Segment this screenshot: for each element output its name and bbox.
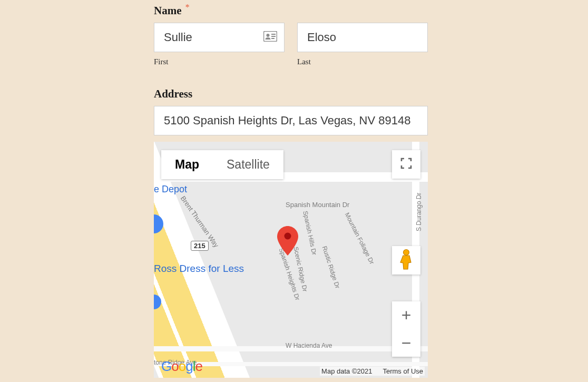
name-label: Name * xyxy=(154,3,428,17)
map-road-label: Rustic Ridge Dr xyxy=(321,245,341,289)
svg-point-1 xyxy=(267,34,270,37)
svg-point-6 xyxy=(404,250,409,256)
map-marker-icon[interactable] xyxy=(277,226,298,258)
address-label: Address xyxy=(154,87,428,101)
map-type-satellite-button[interactable]: Satellite xyxy=(213,150,283,179)
zoom-out-button[interactable]: − xyxy=(392,329,420,357)
map-road-label: Spanish Hills Dr xyxy=(301,210,318,256)
map-poi-label: Ross Dress for Less xyxy=(154,263,244,275)
address-input[interactable] xyxy=(154,106,428,135)
map-road-label: S Durango Dr xyxy=(415,193,423,231)
first-name-sublabel: First xyxy=(154,57,285,66)
fullscreen-button[interactable] xyxy=(392,150,420,179)
fullscreen-icon xyxy=(400,158,412,171)
svg-rect-4 xyxy=(271,38,275,39)
terms-link[interactable]: Terms of Use xyxy=(383,367,423,375)
map-road-label: Mountain Foliage Dr xyxy=(344,211,376,266)
map-type-map-button[interactable]: Map xyxy=(161,150,213,179)
contact-card-icon xyxy=(263,31,277,44)
minus-icon: − xyxy=(401,334,411,353)
svg-rect-3 xyxy=(271,36,276,37)
map-type-control: Map Satellite xyxy=(161,150,283,179)
plus-icon: + xyxy=(401,306,411,325)
streetview-pegman-button[interactable] xyxy=(392,246,420,275)
map-canvas[interactable]: 215 e Depot Ross Dress for Less Brent Th… xyxy=(154,142,428,378)
svg-rect-2 xyxy=(271,34,276,35)
google-logo: Google xyxy=(161,358,202,375)
name-label-text: Name xyxy=(154,4,181,17)
required-marker: * xyxy=(185,3,190,12)
map-road-label: Spanish Mountain Dr xyxy=(286,201,349,209)
svg-point-5 xyxy=(285,233,291,240)
zoom-in-button[interactable]: + xyxy=(392,301,420,329)
map-poi-label: e Depot xyxy=(154,184,187,195)
map-road-label: W Hacienda Ave xyxy=(286,342,332,349)
zoom-control: + − xyxy=(392,301,420,357)
map-attribution: Map data ©2021 Terms of Use xyxy=(320,367,425,376)
highway-shield: 215 xyxy=(191,241,209,251)
map-data-label: Map data ©2021 xyxy=(321,367,372,375)
last-name-sublabel: Last xyxy=(297,57,428,66)
last-name-input[interactable] xyxy=(297,23,428,52)
pegman-icon xyxy=(399,249,414,272)
